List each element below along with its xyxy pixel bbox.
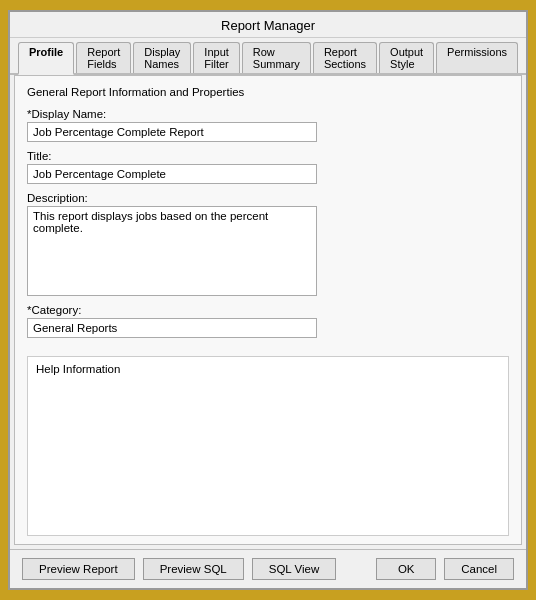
tab-report-fields[interactable]: Report Fields: [76, 42, 131, 73]
description-group: Description: This report displays jobs b…: [27, 192, 509, 296]
category-label: *Category:: [27, 304, 509, 316]
category-input[interactable]: [27, 318, 317, 338]
help-section-title: Help Information: [36, 363, 500, 375]
bottom-bar: Preview Report Preview SQL SQL View OK C…: [10, 549, 526, 588]
display-name-input[interactable]: [27, 122, 317, 142]
tab-permissions[interactable]: Permissions: [436, 42, 518, 73]
cancel-button[interactable]: Cancel: [444, 558, 514, 580]
ok-button[interactable]: OK: [376, 558, 436, 580]
report-manager-window: Report Manager Profile Report Fields Dis…: [8, 10, 528, 590]
tab-report-sections[interactable]: Report Sections: [313, 42, 377, 73]
title-input[interactable]: [27, 164, 317, 184]
window-title: Report Manager: [10, 12, 526, 38]
profile-panel: General Report Information and Propertie…: [14, 75, 522, 545]
section-title: General Report Information and Propertie…: [27, 86, 509, 98]
tab-row-summary[interactable]: Row Summary: [242, 42, 311, 73]
tab-bar: Profile Report Fields Display Names Inpu…: [10, 38, 526, 75]
sql-view-button[interactable]: SQL View: [252, 558, 337, 580]
tab-profile[interactable]: Profile: [18, 42, 74, 75]
tab-input-filter[interactable]: Input Filter: [193, 42, 239, 73]
display-name-label: *Display Name:: [27, 108, 509, 120]
tab-output-style[interactable]: Output Style: [379, 42, 434, 73]
preview-sql-button[interactable]: Preview SQL: [143, 558, 244, 580]
title-label: Title:: [27, 150, 509, 162]
description-textarea[interactable]: This report displays jobs based on the p…: [27, 206, 317, 296]
help-section: Help Information: [27, 356, 509, 536]
title-group: Title:: [27, 150, 509, 184]
display-name-group: *Display Name:: [27, 108, 509, 142]
preview-report-button[interactable]: Preview Report: [22, 558, 135, 580]
description-label: Description:: [27, 192, 509, 204]
tab-display-names[interactable]: Display Names: [133, 42, 191, 73]
category-group: *Category:: [27, 304, 509, 338]
